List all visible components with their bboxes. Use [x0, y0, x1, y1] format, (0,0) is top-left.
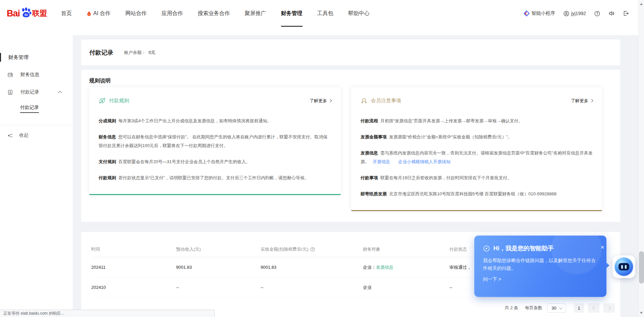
- previous-page-button[interactable]: [588, 303, 599, 313]
- nav-item-app-cooperation[interactable]: 应用合作: [162, 0, 183, 27]
- nav-item-toolkit[interactable]: 工具包: [317, 0, 333, 27]
- topbar-right-area: 智能小程序 jyj1992: [524, 0, 629, 27]
- scroll-down-arrow-icon[interactable]: [640, 312, 643, 315]
- payment-rules-card: 付款规则 了解更多 分成规则每月第3或4个工作日产出上月分成信息及发票信息，如有…: [89, 87, 341, 195]
- sidebar-subitem-payment-records-active[interactable]: 付款记录: [20, 105, 39, 113]
- chevron-down-icon: [559, 306, 562, 309]
- ask-now-link[interactable]: 问一下 >: [483, 276, 501, 282]
- sidebar-collapse-button[interactable]: 收起: [0, 131, 73, 140]
- app-root: Bai du 联盟 首页: [0, 0, 644, 317]
- rules-section-card: 规则说明 付款规则 了解更多: [81, 70, 620, 222]
- col-header-finance-entity: 财务对象: [363, 246, 449, 252]
- sidebar-item-payment-records[interactable]: 付款记录: [0, 88, 73, 97]
- nav-item-screen-promotion[interactable]: 聚屏推广: [245, 0, 266, 27]
- arrow-left-icon: [592, 306, 596, 310]
- payment-rules-more-link[interactable]: 了解更多: [310, 98, 331, 104]
- rule-paragraph: 付款规则若付款状态显示“已支付”，说明联盟已安排了您的付款。支付后三个工作日内到…: [99, 174, 331, 182]
- user-icon: [564, 11, 569, 16]
- rule-paragraph: 发票金额事项发票票面“价税合计”金额=系统中“实收金额（扣除税费后/元）”。: [361, 133, 593, 141]
- robot-avatar-icon: [614, 257, 633, 276]
- flame-icon: [87, 11, 92, 16]
- logout-icon[interactable]: [623, 10, 629, 16]
- coin-yen-icon: [99, 97, 106, 104]
- invoice-info-table-link[interactable]: 发票信息: [376, 265, 393, 270]
- sidebar-item-finance-info[interactable]: 财务信息: [0, 70, 73, 79]
- members-cluster-icon: [361, 97, 368, 104]
- rule-paragraph: 分成规则每月第3或4个工作日产出上月分成信息及发票信息，如有特殊情况将提前通知。: [99, 117, 331, 125]
- page-title: 付款记录: [89, 49, 113, 57]
- nav-item-home[interactable]: 首页: [61, 0, 72, 27]
- scrollbar-thumb[interactable]: [639, 251, 644, 283]
- main-navigation: 首页 AI 合作 网站合作 应用合作 搜索业务合作 聚屏推广 财务管理 工具包: [61, 0, 370, 27]
- logo-text-union: 联盟: [32, 8, 47, 18]
- logo-text-bai: Bai: [7, 8, 20, 19]
- page-number-button[interactable]: 1: [574, 303, 584, 313]
- smart-mini-program-entry[interactable]: 智能小程序: [524, 10, 555, 16]
- user-account[interactable]: jyj1992: [564, 11, 586, 16]
- member-notes-more-link[interactable]: 了解更多: [571, 98, 593, 104]
- sidebar-section-finance-management[interactable]: 财务管理: [0, 53, 73, 62]
- nav-item-help-center[interactable]: 帮助中心: [348, 0, 370, 27]
- col-header-estimated-income: 预估收入(元): [176, 246, 261, 252]
- small-taxpayer-invoice-link[interactable]: 企业小规模纳税人开票须知: [398, 159, 450, 164]
- rule-paragraph: 邮寄纸质发票北京市海淀区西北旺东路10号院百度科技园5号楼 百度联盟财务组（收）…: [361, 190, 593, 198]
- compass-icon: [483, 245, 490, 252]
- payment-rules-title: 付款规则: [109, 98, 129, 104]
- pagination-bar: 共 2 条 每页条数 30 1: [505, 303, 615, 313]
- browser-status-bubble: 正在等待 xlab.baidu.com 的响应...: [0, 310, 215, 317]
- nav-item-ai-cooperation[interactable]: AI 合作: [87, 0, 111, 27]
- chevron-right-icon: [329, 99, 332, 103]
- close-icon[interactable]: ×: [598, 243, 607, 252]
- rule-paragraph: 支付规则百度联盟会在每月20号—31号支付企业会员上个自然月产生的收入。: [99, 157, 331, 166]
- rules-heading: 规则说明: [89, 77, 612, 84]
- cell-entity: 企业: [363, 284, 449, 291]
- balance-value: 0元: [149, 50, 155, 56]
- chevron-up-icon: [58, 91, 62, 95]
- help-icon[interactable]: [594, 11, 600, 16]
- smart-assistant-popup: Hi，我是您的智能助手 × 我会帮助您诊断合作链路问题，以及解答您关于任何合作相…: [474, 236, 606, 297]
- rule-paragraph: 付款流程月初按“发票信息”页面开具发票→上传发票→邮寄发票→审核→确认支付。: [361, 117, 593, 125]
- col-header-time: 时间: [91, 246, 176, 252]
- top-navigation-bar: Bai du 联盟 首页: [0, 0, 638, 35]
- assistant-robot-button[interactable]: [612, 255, 635, 278]
- cell-received: --: [261, 285, 363, 290]
- cell-entity: 企业：发票信息: [363, 264, 449, 270]
- collapse-arrow-icon: [7, 133, 13, 138]
- sidebar-divider: [0, 125, 73, 125]
- vertical-scrollbar[interactable]: [638, 0, 644, 317]
- rule-paragraph: 发票信息需与系统内发票信息内容完全一致，否则无法支付。请根据发票信息页面中“百度…: [361, 149, 593, 166]
- pagination-per-page-label: 每页条数: [525, 305, 542, 311]
- mini-program-diamond-icon: [524, 10, 530, 16]
- assistant-message: 我会帮助您诊断合作链路问题，以及解答您关于任何合作相关的问题。: [483, 257, 596, 272]
- sidebar: 财务管理 财务信息 付款记录: [0, 35, 73, 317]
- cell-time: 202410: [91, 285, 176, 290]
- arrow-right-icon: [607, 306, 610, 310]
- invoice-info-link[interactable]: 开票信息: [373, 159, 390, 164]
- member-notes-card: 会员注意事项 了解更多 付款流程月初按“发票信息”页面开具发票→上传发票→邮寄发…: [351, 87, 602, 211]
- balance-label: 账户余额：: [124, 50, 146, 56]
- baidu-union-logo[interactable]: Bai du 联盟: [7, 0, 47, 27]
- assistant-title: Hi，我是您的智能助手: [493, 244, 554, 252]
- announcement-speaker-icon[interactable]: [608, 10, 614, 16]
- cell-estimated: --: [176, 285, 261, 290]
- payment-records-header-card: 付款记录 账户余额： 0元: [81, 40, 620, 65]
- nav-item-website-cooperation[interactable]: 网站合作: [125, 0, 147, 27]
- baidu-paw-icon: du: [20, 7, 32, 18]
- cell-received: 9001.83: [261, 265, 363, 270]
- nav-item-finance-management[interactable]: 财务管理: [281, 0, 303, 27]
- next-page-button[interactable]: [603, 303, 615, 313]
- chevron-right-icon: [590, 99, 593, 103]
- question-circle-icon[interactable]: [310, 247, 315, 252]
- account-balance: 账户余额： 0元: [124, 50, 155, 56]
- rule-paragraph: 财务信息您可以在财务信息中选择“保留付款”。 在此期间您产生的收入将在账户内进行…: [99, 133, 331, 150]
- member-notes-title: 会员注意事项: [371, 98, 401, 104]
- cell-time: 202411: [91, 265, 176, 270]
- payment-records-icon: [7, 89, 13, 95]
- rule-paragraph: 付款事项联盟在每月19日之后签收的发票，付款时间安排在下个月首批支付。: [361, 174, 593, 182]
- page-size-select[interactable]: 30: [547, 303, 566, 313]
- finance-info-icon: [7, 72, 13, 78]
- nav-item-search-cooperation[interactable]: 搜索业务合作: [198, 0, 230, 27]
- col-header-received-amount: 实收金额(扣除税费后/元): [261, 246, 363, 252]
- cell-estimated: 9001.83: [176, 265, 261, 270]
- scroll-up-arrow-icon[interactable]: [640, 2, 643, 5]
